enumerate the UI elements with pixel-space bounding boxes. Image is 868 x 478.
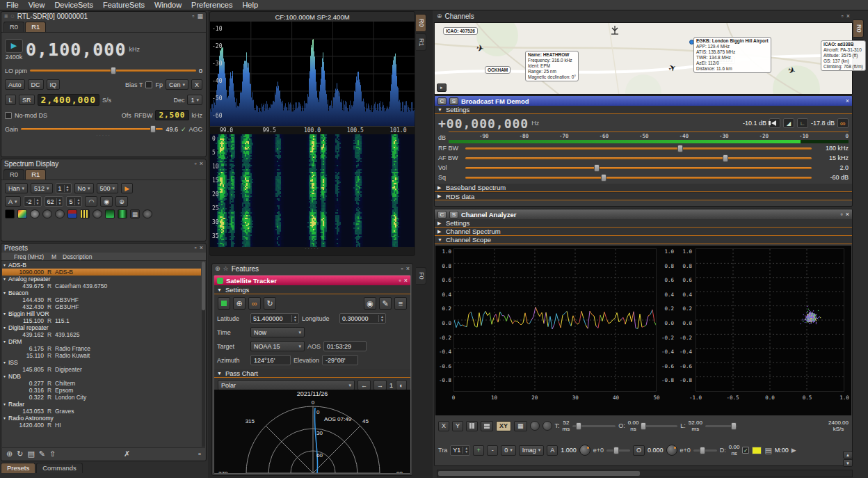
scroll-down-button[interactable]: ▼ [843, 459, 853, 467]
preset-group-row[interactable]: ▾Digital repeater [2, 324, 201, 331]
export-preset-button[interactable]: ⇧ [49, 450, 56, 458]
move-icon[interactable]: ≡ [4, 13, 8, 19]
aircraft-info-box[interactable]: ICAO: ad338B Aircraft: PA-31-310 Altitud… [821, 40, 866, 71]
resize-grip[interactable]: ····· [210, 247, 415, 251]
collapse-caret-icon[interactable]: ▾ [2, 373, 8, 380]
sr-button[interactable]: SR [19, 95, 35, 105]
fm-settings-header[interactable]: ▼Settings [435, 106, 852, 114]
grid-intensity-button[interactable] [80, 209, 90, 218]
start-stop-button[interactable] [218, 297, 230, 310]
preset-group-row[interactable]: ▾Biggin Hill VOR [2, 310, 201, 317]
save-preset-button[interactable]: ▤ [27, 450, 34, 458]
add-feature-icon[interactable]: ⊕ [215, 266, 220, 272]
find-target-button[interactable]: ⊕ [233, 297, 246, 310]
channels-side-tab-r0[interactable]: R0 [853, 19, 864, 38]
preset-group-row[interactable]: ▾Radio Astronomy [2, 415, 201, 422]
prev-pass-button[interactable]: ← [357, 380, 371, 390]
menu-item-featuresets[interactable]: FeatureSets [98, 0, 150, 10]
close-icon[interactable]: × [200, 161, 203, 167]
resize-grip[interactable]: ····· [1, 134, 206, 138]
waterfall-canvas[interactable] [210, 134, 415, 247]
curve-icon[interactable]: ◠ [85, 196, 97, 207]
colormap-button[interactable] [105, 209, 115, 218]
rfbw-display[interactable]: 2,500 [155, 110, 188, 120]
radio-icon[interactable]: ◉ [100, 196, 113, 207]
collapse-caret-icon[interactable]: ▾ [2, 415, 8, 422]
axis-select[interactable]: A [5, 196, 21, 207]
trace-visible-checkbox[interactable]: ✓ [742, 447, 749, 454]
time-offset-slider[interactable] [641, 422, 677, 431]
averaging-stepper[interactable]: 1▲▼ [56, 183, 72, 193]
channel-c-button[interactable]: C [437, 211, 447, 218]
transverter-button[interactable]: X [191, 79, 202, 90]
fft-size-select[interactable]: 512 [31, 183, 53, 193]
time-select[interactable]: Now [250, 327, 305, 337]
preset-group-row[interactable]: ▾ADS-B [2, 262, 201, 269]
features-tab-f0[interactable]: F0 [416, 267, 426, 285]
refresh-rate-select[interactable]: 500 [97, 183, 119, 193]
target-select[interactable]: NOAA 15 [250, 341, 305, 351]
preset-group-row[interactable]: ▾Radar [2, 401, 201, 408]
lo-ppm-slider[interactable] [30, 66, 196, 75]
grid-button[interactable]: ▦ [514, 421, 527, 431]
dock-icon[interactable]: ▫ [195, 161, 197, 167]
channel-scope-header[interactable]: ▼Channel Scope [435, 236, 852, 244]
polar-grid-knob[interactable] [530, 421, 540, 431]
menu-item-devicesets[interactable]: DeviceSets [49, 0, 98, 10]
range-stepper[interactable]: 62▲▼ [45, 196, 64, 207]
rds-data-header[interactable]: ▶RDS data [435, 192, 852, 200]
channel-s-button[interactable]: S [449, 97, 458, 105]
close-icon[interactable]: × [200, 245, 203, 251]
fm-frequency-offset[interactable]: +00,000,000 [438, 116, 529, 131]
iq-button[interactable]: IQ [47, 79, 61, 90]
toggle-5-button[interactable] [143, 209, 152, 218]
toggle-2-button[interactable] [42, 209, 52, 218]
delete-preset-button[interactable]: ✗ [124, 450, 130, 458]
waterfall-style-button[interactable] [67, 209, 77, 218]
vol-slider[interactable] [465, 164, 812, 173]
menu-item-window[interactable]: Window [150, 0, 186, 10]
preset-row[interactable]: 1420.400RHI [2, 422, 201, 429]
channel-c-button[interactable]: C [437, 97, 447, 105]
close-icon[interactable]: × [846, 211, 849, 218]
close-icon[interactable]: × [846, 13, 850, 19]
amplitude-knob[interactable] [579, 445, 590, 456]
spectrum-canvas[interactable] [210, 22, 415, 126]
grid-icon[interactable]: ▦ [197, 13, 203, 19]
channel-analyzer-titlebar[interactable]: C S Channel Analyzer ▫ × [435, 209, 852, 219]
scroll-up-button[interactable]: ▲ [843, 451, 853, 459]
toggle-3-button[interactable] [55, 209, 65, 218]
update-tle-button[interactable]: ↻ [264, 297, 276, 310]
collapse-caret-icon[interactable]: ▾ [2, 262, 8, 269]
sq-slider[interactable] [465, 173, 812, 182]
averaging-mode-select[interactable]: No [74, 183, 94, 193]
af-bw-slider[interactable] [465, 154, 812, 163]
channel-scope[interactable]: 1.00.80.60.40.20.0-0.2-0.4-0.6-0.8 01020… [435, 246, 851, 415]
spectrum-display-tab-r1[interactable]: R1 [25, 169, 46, 180]
preset-row[interactable]: 439.162R439.1625 [2, 331, 201, 338]
map-expand-button[interactable]: ▸ [437, 83, 447, 92]
close-icon[interactable]: × [846, 97, 849, 104]
colormap-2-button[interactable] [118, 209, 127, 218]
sample-rate-display[interactable]: 2,400,000 [38, 94, 99, 106]
gain-slider[interactable] [21, 125, 163, 134]
preset-group-row[interactable]: ▾DRM [2, 338, 201, 345]
agc-check-icon[interactable]: ✓ [181, 126, 186, 133]
menu-item-help[interactable]: Help [237, 0, 263, 10]
autotarget-button[interactable]: ◉ [364, 297, 376, 310]
amplitude-fine-slider[interactable] [606, 446, 630, 455]
dock-icon[interactable]: ▫ [195, 245, 197, 251]
mute-button[interactable] [769, 118, 780, 128]
spectrum-side-tab-r0[interactable]: R0 [416, 14, 426, 32]
center-frequency-display[interactable]: 0,100,000 [26, 41, 126, 58]
aircraft-icon[interactable]: ✈ [476, 43, 485, 54]
edit-preset-button[interactable]: ✎ [39, 450, 45, 458]
preset-group-row[interactable]: ▾NDB [2, 373, 201, 380]
add-channel-icon[interactable]: ⊕ [437, 13, 442, 19]
preset-group-row[interactable]: ▾Analog repeater [2, 276, 201, 282]
y-only-button[interactable]: Y [452, 421, 463, 431]
airport-info-box[interactable]: EGKB: London Biggin Hill Airport APP: 12… [693, 37, 771, 73]
preset-row[interactable]: 15.110RRadio Kuwait [2, 352, 201, 359]
collapse-caret-icon[interactable]: ▾ [2, 338, 8, 345]
memory-save-icon[interactable]: ▤ [764, 447, 771, 454]
